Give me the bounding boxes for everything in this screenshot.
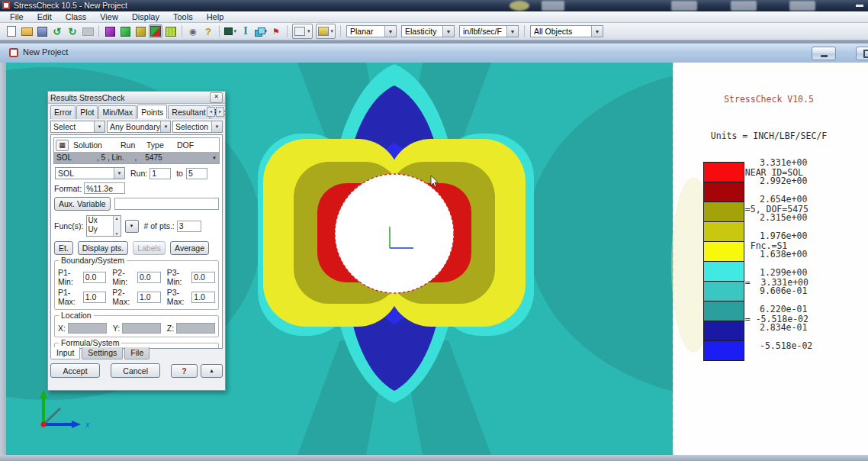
run-from-input[interactable]: 1	[149, 168, 171, 179]
material-swatch-icon	[224, 27, 233, 35]
aux-variable-input[interactable]	[114, 198, 219, 210]
menu-edit[interactable]: Edit	[31, 11, 59, 23]
sync-button[interactable]: ↻	[66, 24, 79, 38]
cube-purple-icon	[105, 27, 115, 37]
accept-button[interactable]: Accept	[50, 363, 100, 378]
dimension-button[interactable]: I	[239, 24, 252, 38]
units-value: in/lbf/sec/F	[463, 27, 502, 36]
objects-select[interactable]: All Objects▼	[530, 25, 603, 37]
tab-scroll-left-icon[interactable]: ◂	[207, 107, 215, 117]
model-folder-button[interactable]	[133, 24, 147, 38]
chevron-down-icon[interactable]: ▼	[591, 26, 603, 37]
boundary-select[interactable]: Any Boundary▼	[107, 121, 171, 133]
flag-button[interactable]: ⚑	[269, 24, 283, 38]
func-item-ux[interactable]: Ux	[88, 216, 113, 225]
chevron-down-icon: ▾	[307, 28, 310, 34]
reference-value: Planar	[350, 27, 373, 36]
refresh-button[interactable]: ↺	[50, 24, 64, 38]
menu-file[interactable]: File	[3, 11, 31, 23]
help-button[interactable]: ?	[201, 24, 215, 38]
app-title: StressCheck 10.5 - New Project	[14, 1, 127, 10]
minimize-icon[interactable]	[856, 5, 863, 7]
tab-scroll-right-icon[interactable]: ▸	[216, 107, 224, 117]
material-swatch-button[interactable]: ▾	[223, 24, 237, 38]
tab-plot[interactable]: Plot	[76, 105, 98, 119]
display-pts-button[interactable]: Display pts.	[78, 241, 128, 255]
select-mode-select[interactable]: Select▼	[50, 121, 105, 133]
num-pts-input[interactable]: 3	[177, 221, 201, 232]
tab-input[interactable]: Input	[50, 347, 80, 359]
tab-resultant[interactable]: Resultant	[168, 105, 209, 119]
menu-display[interactable]: Display	[125, 11, 166, 23]
mdi-maximize-button[interactable]	[856, 47, 868, 60]
units-select[interactable]: in/lbf/sec/F▼	[459, 25, 519, 37]
print-button[interactable]	[81, 24, 95, 38]
discipline-select[interactable]: Elasticity▼	[401, 25, 455, 37]
legend-color-box	[703, 182, 744, 202]
cube-olive-icon	[136, 27, 146, 37]
close-icon[interactable]: ✕	[210, 92, 223, 103]
layers-button[interactable]: ▾	[254, 24, 268, 38]
p3-max-input[interactable]: 1.0	[191, 292, 215, 303]
view-preset-button-1[interactable]: ▾	[292, 24, 313, 39]
tab-file[interactable]: File	[124, 347, 149, 359]
selection-select[interactable]: Selection▼	[172, 121, 223, 133]
dialog-titlebar[interactable]: Results StressCheck ✕	[48, 92, 225, 104]
model-purple-button[interactable]	[103, 24, 117, 38]
p2-max-input[interactable]: 1.0	[137, 292, 161, 303]
menu-tools[interactable]: Tools	[166, 11, 200, 23]
model-green-button[interactable]	[118, 24, 132, 38]
tab-points[interactable]: Points	[137, 105, 167, 118]
average-button[interactable]: Average	[170, 241, 209, 255]
p1-min-input[interactable]: 0.0	[83, 272, 107, 283]
collapse-button[interactable]: ▲	[201, 364, 223, 378]
open-file-button[interactable]	[20, 24, 34, 38]
scroll-up-icon[interactable]: ▲	[115, 216, 119, 221]
run-to-input[interactable]: 5	[186, 168, 207, 179]
menu-class[interactable]: Class	[59, 11, 94, 23]
mesh-button[interactable]	[164, 24, 178, 38]
chevron-down-icon[interactable]: ▼	[506, 26, 518, 37]
format-input[interactable]: %11.3e	[84, 182, 125, 194]
chevron-down-icon[interactable]: ▼	[210, 156, 219, 160]
save-icon	[37, 27, 47, 37]
p3-min-input[interactable]: 0.0	[191, 272, 215, 283]
reference-select[interactable]: Planar▼	[346, 25, 397, 37]
p2-min-input[interactable]: 0.0	[137, 272, 161, 283]
display-split-button[interactable]	[149, 24, 162, 38]
tab-error[interactable]: Error	[50, 105, 76, 119]
dialog-help-button[interactable]: ?	[171, 364, 198, 378]
dialog-actions: Accept Cancel ? ▲	[50, 363, 223, 378]
grid-icon[interactable]: ▦	[56, 140, 69, 151]
col-solution: Solution	[73, 140, 121, 150]
chevron-down-icon[interactable]: ▼	[384, 26, 396, 37]
et-button[interactable]: Et.	[54, 241, 73, 255]
mdi-minimize-button[interactable]	[812, 47, 836, 60]
chevron-down-icon[interactable]: ▼	[94, 121, 104, 132]
chevron-down-icon[interactable]: ▼	[160, 121, 171, 132]
func-item-uy[interactable]: Uy	[88, 225, 113, 234]
menu-bar: File Edit Class View Display Tools Help	[0, 11, 868, 23]
function-dropdown-button[interactable]: ▼	[125, 220, 139, 233]
chevron-down-icon[interactable]: ▼	[442, 26, 454, 37]
p2-max-label: P2-Max:	[112, 288, 137, 306]
legend-color-box	[703, 221, 744, 242]
solution-row[interactable]: SOL , 5 , Lin. , 5475 ▼	[54, 152, 219, 163]
new-file-button[interactable]	[5, 24, 18, 38]
function-listbox[interactable]: Ux Uy ▲▼	[86, 215, 121, 237]
p1-max-input[interactable]: 1.0	[83, 292, 107, 303]
record-button[interactable]: ◉	[186, 24, 200, 38]
chevron-down-icon[interactable]: ▼	[114, 168, 124, 179]
view-preset-button-2[interactable]: ▾	[316, 24, 336, 39]
aux-variable-button[interactable]: Aux. Variable	[54, 197, 111, 211]
tab-settings[interactable]: Settings	[82, 347, 123, 359]
menu-help[interactable]: Help	[200, 11, 231, 23]
listbox-scrollbar[interactable]: ▲▼	[113, 216, 121, 236]
menu-view[interactable]: View	[93, 11, 125, 23]
sol-select[interactable]: SOL▼	[55, 167, 125, 179]
tab-minmax[interactable]: Min/Max	[98, 105, 137, 119]
scroll-down-icon[interactable]: ▼	[115, 231, 119, 236]
chevron-down-icon[interactable]: ▼	[211, 121, 222, 132]
save-button[interactable]	[35, 24, 49, 38]
cancel-button[interactable]: Cancel	[111, 363, 160, 378]
